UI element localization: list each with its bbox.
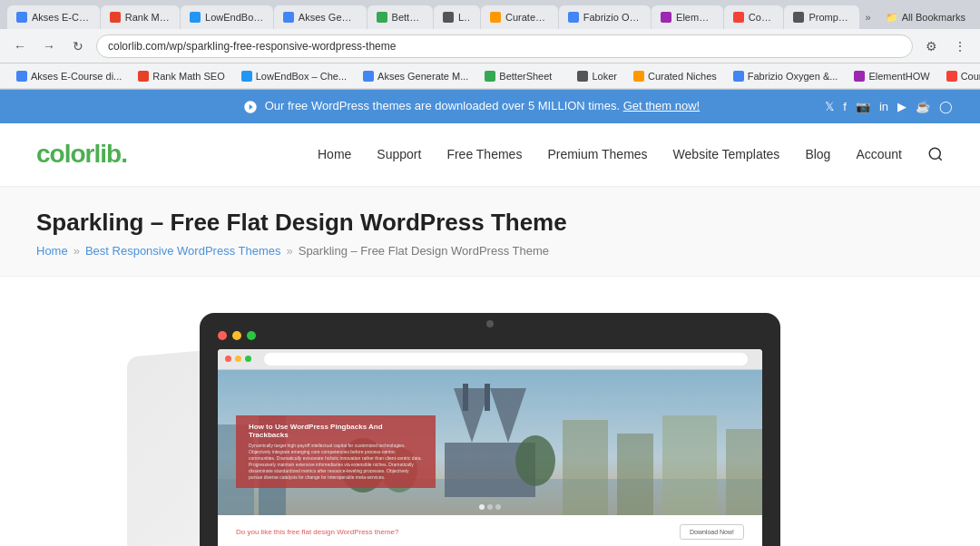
address-bar[interactable]: colorlib.com/wp/sparkling-free-responsiv… [96, 34, 913, 58]
facebook-icon[interactable]: f [843, 100, 847, 113]
forward-button[interactable]: → [38, 35, 60, 57]
nav-premium-themes[interactable]: Premium Themes [547, 147, 647, 161]
tab-7[interactable]: Curated Niches [481, 5, 558, 29]
nav-free-themes[interactable]: Free Themes [446, 147, 522, 161]
tab-label: BetterSheet [392, 12, 424, 23]
slider-dots [479, 504, 501, 510]
svg-rect-11 [617, 434, 653, 515]
tab-label: Akses Generate M... [299, 12, 358, 23]
bookmark-favicon [241, 71, 252, 82]
menu-button[interactable]: ⋮ [949, 35, 971, 57]
bookmark-1[interactable]: Rank Math SEO [131, 69, 231, 83]
more-tabs[interactable]: » [860, 8, 877, 26]
tab-4[interactable]: Akses Generate M... [274, 5, 367, 29]
breadcrumb-current: Sparkling – Free Flat Design WordPress T… [299, 244, 549, 258]
nav-home[interactable]: Home [318, 147, 351, 161]
site-logo[interactable]: colorlib. [36, 140, 127, 169]
tab-2[interactable]: Rank Math SEO [101, 5, 180, 29]
breadcrumb-sep-1: » [74, 244, 80, 258]
back-button[interactable]: ← [9, 35, 31, 57]
svg-point-0 [929, 148, 940, 159]
browser-tabs: Akses E-Course di... Rank Math SEO LowEn… [0, 0, 980, 29]
bookmark-9[interactable]: Course AI [939, 69, 980, 83]
slider-dot-active [479, 504, 485, 510]
linkedin-icon[interactable]: in [879, 100, 888, 113]
nav-support[interactable]: Support [377, 147, 421, 161]
dot-red [218, 331, 227, 340]
mini-dot-yellow [235, 356, 241, 362]
tab-favicon [110, 12, 121, 23]
svg-rect-10 [563, 420, 608, 515]
dot-green [247, 331, 256, 340]
svg-line-1 [938, 158, 941, 161]
mini-browser: How to Use WordPress Pingbacks And Track… [218, 349, 762, 546]
tab-label: Fabrizio Oxygen &... [583, 12, 642, 23]
bookmark-4[interactable]: BetterSheet [477, 69, 559, 83]
tab-6[interactable]: Loker [434, 5, 480, 29]
bookmark-8[interactable]: ElementHOW [847, 69, 936, 83]
topbar-cta-link[interactable]: Get them now! [623, 99, 701, 112]
bookmark-favicon [733, 71, 744, 82]
page-title-area: Sparkling – Free Flat Design WordPress T… [0, 187, 980, 277]
tab-label: Curated Niches [505, 12, 549, 23]
bookmark-favicon [854, 71, 865, 82]
search-icon[interactable] [927, 146, 944, 162]
github-icon[interactable]: ◯ [939, 100, 953, 113]
tab-favicon [377, 12, 387, 23]
bookmark-2[interactable]: LowEndBox – Che... [234, 69, 354, 83]
site-header: colorlib. Home Support Free Themes Premi… [0, 123, 980, 187]
tab-1[interactable]: Akses E-Course di... [7, 5, 100, 29]
rss-icon[interactable]: ☕ [916, 100, 930, 113]
mini-download-button[interactable]: Download Now! [680, 524, 744, 540]
tab-10[interactable]: Course AI [724, 5, 784, 29]
tab-label: ElementHOW [676, 12, 714, 23]
tab-favicon [568, 12, 579, 23]
tab-9[interactable]: ElementHOW [652, 5, 723, 29]
tab-label: LowEndBox – Che... [205, 12, 264, 23]
twitter-icon[interactable]: 𝕏 [825, 100, 834, 113]
svg-rect-12 [662, 415, 717, 515]
nav-website-templates[interactable]: Website Templates [673, 147, 780, 161]
tab-3[interactable]: LowEndBox – Che... [181, 5, 273, 29]
bookmark-6[interactable]: Curated Niches [626, 69, 724, 83]
bookmark-0[interactable]: Akses E-Course di... [9, 69, 129, 83]
breadcrumb: Home » Best Responsive WordPress Themes … [36, 244, 944, 258]
tab-8[interactable]: Fabrizio Oxygen &... [559, 5, 651, 29]
instagram-icon[interactable]: 📷 [856, 100, 870, 113]
slider-dot [487, 504, 493, 510]
bookmark-5[interactable]: Loker [570, 69, 624, 83]
all-bookmarks-btn[interactable]: 📁 All Bookmarks [878, 10, 973, 25]
bookmark-7[interactable]: Fabrizio Oxygen &... [726, 69, 846, 83]
tab-11[interactable]: Prompt Library [784, 5, 858, 29]
reload-button[interactable]: ↻ [67, 35, 89, 57]
bookmark-3[interactable]: Akses Generate M... [356, 69, 475, 83]
nav-account[interactable]: Account [856, 147, 902, 161]
tab-5[interactable]: BetterSheet [368, 5, 433, 29]
mini-hero-overlay: How to Use WordPress Pingbacks And Track… [236, 415, 436, 488]
tab-label: Course AI [749, 12, 775, 23]
svg-point-16 [515, 435, 555, 486]
tab-favicon [733, 12, 744, 23]
youtube-icon[interactable]: ▶ [897, 100, 906, 113]
tab-label: Prompt Library [808, 12, 849, 23]
main-content: How to Use WordPress Pingbacks And Track… [0, 277, 980, 546]
nav-blog[interactable]: Blog [805, 147, 830, 161]
tab-favicon [490, 12, 501, 23]
mini-url-bar [264, 353, 748, 366]
bookmark-favicon [577, 71, 588, 82]
laptop-mockup: How to Use WordPress Pingbacks And Track… [200, 313, 780, 546]
extensions-button[interactable]: ⚙ [920, 35, 942, 57]
tab-favicon [190, 12, 201, 23]
bookmarks-bar: Akses E-Course di... Rank Math SEO LowEn… [0, 63, 980, 89]
dot-yellow [232, 331, 241, 340]
breadcrumb-parent[interactable]: Best Responsive WordPress Themes [85, 244, 281, 258]
social-icons-bar: 𝕏 f 📷 in ▶ ☕ ◯ [825, 100, 953, 113]
tab-favicon [16, 12, 27, 23]
mini-hero-text: Dynamically target high-payoff intellect… [249, 443, 423, 481]
mini-dots [225, 356, 251, 362]
laptop-camera [486, 320, 494, 327]
mini-browser-toolbar [218, 349, 762, 370]
announcement-message: Our free WordPress themes are downloaded… [118, 99, 825, 114]
bookmark-favicon [138, 71, 149, 82]
breadcrumb-home[interactable]: Home [36, 244, 68, 258]
